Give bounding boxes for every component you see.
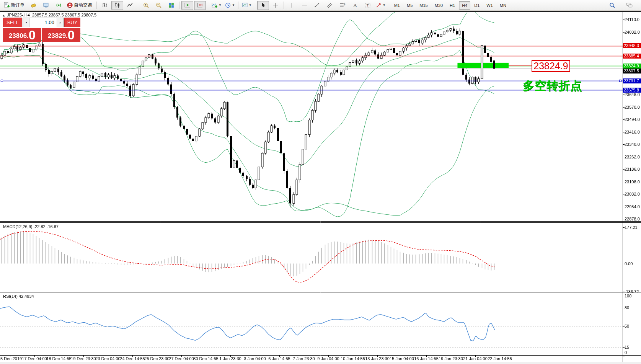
channel-button[interactable] xyxy=(324,1,336,10)
search-button[interactable] xyxy=(606,1,618,10)
autoscroll-icon xyxy=(184,2,191,8)
expert-advisors-button[interactable] xyxy=(40,1,52,10)
candles-icon xyxy=(114,2,121,8)
shapes-button[interactable]: ▼ xyxy=(374,1,387,10)
macd-scale-label: 177.21 xyxy=(625,225,638,230)
rsi-scale-label: 0 xyxy=(625,350,627,355)
price-line-tag: 23948.3 xyxy=(623,43,641,48)
auto-trading-button[interactable]: 自动交易 xyxy=(65,1,95,10)
price-scale-label: 23494.0 xyxy=(625,117,640,122)
chevron-down-icon: ▼ xyxy=(219,3,222,7)
price-scale-label: 23108.0 xyxy=(625,180,640,184)
timeframe-m30-button[interactable]: M30 xyxy=(432,1,446,10)
toolbar-separator xyxy=(96,2,97,9)
candlestick-chart-button[interactable] xyxy=(111,1,123,10)
volume-increase-button[interactable]: ▲ xyxy=(57,18,64,27)
chevron-down-icon: ▼ xyxy=(232,3,235,7)
text-button[interactable]: A xyxy=(349,1,361,10)
timeframe-m5-button[interactable]: M5 xyxy=(404,1,416,10)
toolbar-separator xyxy=(284,2,284,9)
time-axis-label: 16 Jan 14:55 xyxy=(414,356,439,361)
labelT-icon: T xyxy=(364,2,371,8)
bar-chart-button[interactable] xyxy=(99,1,111,10)
one-click-trading-panel: SELL ▼ ▲ BUY 23806.0 23829.0 xyxy=(3,18,80,42)
timeframe-m1-button[interactable]: M1 xyxy=(391,1,403,10)
chart-canvas[interactable] xyxy=(0,0,641,364)
signal-icon xyxy=(55,2,62,8)
buy-price[interactable]: 23829.0 xyxy=(42,28,80,42)
signals-button[interactable] xyxy=(53,1,65,10)
chevron-down-icon: ▼ xyxy=(383,3,386,7)
trendline-button[interactable] xyxy=(311,1,323,10)
tile-windows-button[interactable] xyxy=(165,1,177,10)
zoom-in-button[interactable] xyxy=(140,1,152,10)
time-axis-label: 17 Dec 04:00 xyxy=(22,356,47,361)
price-line-tag: 23731.7 xyxy=(623,78,641,83)
tiles-icon xyxy=(168,2,175,8)
time-axis-label: 30 Dec 14:55 xyxy=(193,356,218,361)
volume-decrease-button[interactable]: ▼ xyxy=(23,18,30,27)
sell-price[interactable]: 23806.0 xyxy=(3,28,41,42)
time-axis-label: 19 Jan 23:30 xyxy=(439,356,463,361)
chat-icon xyxy=(626,2,633,8)
chart-shift-button[interactable] xyxy=(194,1,206,10)
eraser-button[interactable] xyxy=(28,1,39,10)
sell-price-main: 23806. xyxy=(9,31,29,41)
search-icon xyxy=(609,2,615,8)
chart-title: ▲JPN225-,H4 23857.5 23857.5 23807.5 2380… xyxy=(2,13,96,17)
new-order-button[interactable]: 新订单 xyxy=(2,1,27,10)
chinese-annotation-text[interactable]: 多空转折点 xyxy=(523,78,582,94)
time-axis-label: 7 Jan 23:30 xyxy=(293,356,315,361)
auto-scroll-button[interactable] xyxy=(181,1,193,10)
sell-button[interactable]: SELL xyxy=(3,18,22,27)
time-axis-label: 19 Dec 23:30 xyxy=(71,356,96,361)
timeframe-h1-button[interactable]: H1 xyxy=(447,1,458,10)
timeframe-mn-button[interactable]: MN xyxy=(497,1,509,10)
clock-icon xyxy=(225,2,231,8)
toolbar-separator xyxy=(208,2,208,9)
timeframe-d1-button[interactable]: D1 xyxy=(471,1,483,10)
templates-button[interactable]: ▼ xyxy=(240,1,253,10)
time-axis-label: 25 Dec 23:30 xyxy=(144,356,169,361)
time-axis-label: 1 Jan 23:30 xyxy=(219,356,241,361)
timeframe-w1-button[interactable]: W1 xyxy=(483,1,496,10)
macd-scale-label: 0.00 xyxy=(625,261,633,266)
price-scale-label: 23186.0 xyxy=(625,167,640,171)
text-label-button[interactable]: T xyxy=(362,1,374,10)
vline-icon xyxy=(289,2,295,8)
timeframe-h4-button[interactable]: H4 xyxy=(459,1,470,10)
textA-icon: A xyxy=(352,2,358,8)
toolbar-separator xyxy=(255,2,255,9)
chart-symbol-period: JPN225-,H4 xyxy=(7,13,30,17)
price-line-tag: 23824.9 xyxy=(623,64,641,69)
crosshair-button[interactable] xyxy=(270,1,282,10)
volume-input[interactable] xyxy=(30,18,57,27)
price-scale-label: 24032.0 xyxy=(625,30,640,34)
indicators-button[interactable]: ▼ xyxy=(210,1,223,10)
time-axis-label: 15 Dec 2019 xyxy=(0,356,22,361)
line-chart-button[interactable] xyxy=(124,1,136,10)
buy-button[interactable]: BUY xyxy=(64,18,80,27)
chevron-down-icon: ▼ xyxy=(249,3,252,7)
price-callout-label[interactable]: 23824.9 xyxy=(532,60,570,72)
chat-button[interactable] xyxy=(623,1,635,10)
fibonacci-button[interactable]: E xyxy=(336,1,348,10)
new-order-button-label: 新订单 xyxy=(11,2,24,8)
mt4-window: { "toolbar": { "groups": [ {"items": [ {… xyxy=(0,0,641,364)
time-axis-label: 3 Jan 04:00 xyxy=(244,356,266,361)
hline-icon xyxy=(301,2,308,8)
rsi-scale-label: 80 xyxy=(625,305,629,310)
timeframe-m15-button[interactable]: M15 xyxy=(416,1,431,10)
rsi-indicator-label: RSI(14) 42.4934 xyxy=(3,294,34,299)
horizontal-line-button[interactable] xyxy=(298,1,310,10)
periods-button[interactable]: ▼ xyxy=(223,1,236,10)
svg-text:A: A xyxy=(353,2,357,8)
monitor-icon xyxy=(43,2,49,8)
rsi-scale-label: 50 xyxy=(625,324,629,328)
fibo-icon: E xyxy=(339,2,346,8)
vertical-line-button[interactable] xyxy=(286,1,298,10)
cursor-button[interactable] xyxy=(257,1,269,10)
price-scale-label: 23570.0 xyxy=(625,105,640,109)
collapse-panel-icon[interactable]: ▲ xyxy=(2,14,5,17)
zoom-out-button[interactable] xyxy=(153,1,165,10)
